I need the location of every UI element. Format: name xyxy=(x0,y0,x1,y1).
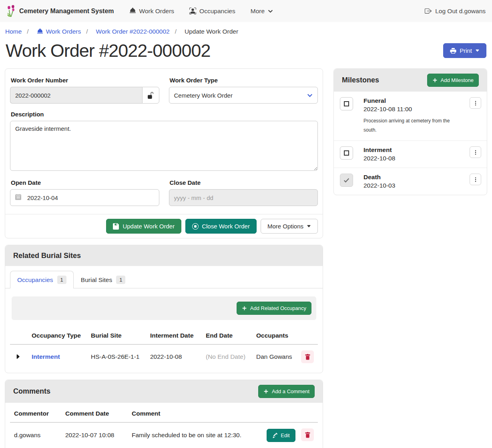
milestone-title: Interment xyxy=(363,146,470,154)
chevron-down-icon xyxy=(268,8,273,14)
milestone-checkbox[interactable] xyxy=(340,97,353,110)
milestone-menu-button[interactable] xyxy=(470,97,481,109)
tab-burial-sites[interactable]: Burial Sites 1 xyxy=(74,271,133,288)
comment-date-value: 2022-10-07 10:08 xyxy=(61,422,128,448)
occupancy-type-link[interactable]: Interment xyxy=(32,353,60,360)
work-order-form-card: Work Order Number xyxy=(5,68,323,238)
checkbox-unchecked-icon xyxy=(344,101,349,106)
work-order-type-value: Cemetery Work Order xyxy=(174,92,233,99)
add-comment-button[interactable]: Add a Comment xyxy=(258,385,315,398)
breadcrumb-work-orders[interactable]: Work Orders xyxy=(22,28,81,35)
nav-item-occupancies[interactable]: Occupancies xyxy=(189,8,235,15)
add-comment-label: Add a Comment xyxy=(272,388,309,394)
form-footer: Update Work Order Close Work Order More … xyxy=(5,214,323,238)
person-bounding-box-icon xyxy=(189,8,196,14)
breadcrumb: Home Work Orders Work Order #2022-000002… xyxy=(0,22,492,39)
open-date-input[interactable] xyxy=(10,189,159,206)
close-date-label: Close Date xyxy=(170,179,318,186)
milestone-description: Procession arriving at cemetery from the… xyxy=(363,116,456,135)
kebab-menu-icon xyxy=(473,100,478,106)
col-occupancy-type: Occupancy Type xyxy=(28,326,87,344)
burial-sites-count-badge: 1 xyxy=(116,276,125,284)
nav-item-label: Work Orders xyxy=(139,8,175,15)
plus-icon xyxy=(432,78,438,83)
tulips-logo-icon xyxy=(6,5,16,17)
delete-comment-button[interactable] xyxy=(301,428,314,441)
unlock-icon xyxy=(147,92,154,99)
milestone-date: 2022-10-08 xyxy=(363,155,470,162)
kebab-menu-icon xyxy=(473,150,478,155)
hard-hat-icon xyxy=(37,28,43,35)
add-related-occupancy-button[interactable]: Add Related Occupancy xyxy=(237,302,311,315)
milestone-checkbox-checked[interactable] xyxy=(340,174,353,187)
milestones-card: Milestones Add Milestone xyxy=(333,68,487,195)
update-work-order-button[interactable]: Update Work Order xyxy=(106,219,181,234)
interment-date-value: 2022-10-08 xyxy=(146,344,202,369)
caret-right-icon xyxy=(15,354,21,360)
add-related-occupancy-label: Add Related Occupancy xyxy=(250,305,306,311)
pencil-icon xyxy=(272,433,277,438)
nav-item-work-orders[interactable]: Work Orders xyxy=(129,8,175,15)
description-label: Description xyxy=(11,111,318,118)
delete-occupancy-button[interactable] xyxy=(301,350,314,363)
logout-label: Log Out d.gowans xyxy=(435,8,486,15)
nav-item-more[interactable]: More xyxy=(251,8,273,15)
page-title: Work Order #2022-000002 xyxy=(6,40,211,62)
work-order-number-label: Work Order Number xyxy=(11,77,159,84)
description-textarea[interactable]: Graveside interment. xyxy=(10,121,318,171)
log-out-icon xyxy=(425,8,432,14)
add-milestone-button[interactable]: Add Milestone xyxy=(427,74,479,87)
comments-title: Comments xyxy=(13,387,50,396)
comment-value: Family scheduled to be on site at 12:30. xyxy=(128,422,263,448)
checkmark-icon xyxy=(343,177,350,184)
milestone-checkbox[interactable] xyxy=(340,146,353,160)
occupancy-row: Interment HS-A-0S-26E-1-1 2022-10-08 (No… xyxy=(10,344,318,369)
unlock-button[interactable] xyxy=(142,87,159,104)
end-date-value: (No End Date) xyxy=(202,344,252,369)
logout-button[interactable]: Log Out d.gowans xyxy=(425,8,486,15)
breadcrumb-work-order-number[interactable]: Work Order #2022-000002 xyxy=(81,28,169,35)
occupancies-toolbar: Add Related Occupancy xyxy=(12,296,316,320)
add-milestone-label: Add Milestone xyxy=(441,77,474,83)
related-burial-sites-card: Related Burial Sites Occupancies 1 Buria… xyxy=(5,245,323,373)
nav-links: Work Orders Occupancies More xyxy=(129,8,273,15)
print-label: Print xyxy=(460,47,472,54)
milestone-title: Death xyxy=(363,174,470,181)
occupancies-table: Occupancy Type Burial Site Interment Dat… xyxy=(10,326,318,369)
col-commentor: Commentor xyxy=(10,404,61,422)
plus-icon xyxy=(263,389,269,394)
col-comment-date: Comment Date xyxy=(61,404,128,422)
close-work-order-label: Close Work Order xyxy=(202,223,250,230)
col-burial-site: Burial Site xyxy=(87,326,146,344)
breadcrumb-home[interactable]: Home xyxy=(5,28,22,35)
tab-occupancies[interactable]: Occupancies 1 xyxy=(10,271,74,288)
page-header: Work Order #2022-000002 Print xyxy=(0,39,492,62)
breadcrumb-current: Update Work Order xyxy=(170,28,238,35)
work-order-type-label: Work Order Type xyxy=(170,77,318,84)
print-button[interactable]: Print xyxy=(443,43,486,58)
occupants-value: Dan Gowans xyxy=(252,344,297,369)
nav-item-label: More xyxy=(251,8,265,15)
milestones-title: Milestones xyxy=(342,76,379,84)
milestone-item-death: Death 2022-10-03 xyxy=(334,168,487,195)
caret-down-icon xyxy=(307,224,311,228)
milestone-menu-button[interactable] xyxy=(470,146,481,158)
milestone-date: 2022-10-08 11:00 xyxy=(363,106,470,113)
app-brand[interactable]: Cemetery Management System xyxy=(6,5,114,17)
top-navbar: Cemetery Management System Work Orders O… xyxy=(0,0,492,22)
nav-item-label: Occupancies xyxy=(199,8,235,15)
col-end-date: End Date xyxy=(202,326,252,344)
close-work-order-button[interactable]: Close Work Order xyxy=(185,219,257,234)
milestone-title: Funeral xyxy=(363,97,470,104)
more-options-button[interactable]: More Options xyxy=(261,219,318,234)
hard-hat-icon xyxy=(129,8,136,14)
related-burial-sites-title: Related Burial Sites xyxy=(13,252,81,260)
comments-card: Comments Add a Comment Commentor C xyxy=(5,380,323,448)
work-order-type-select[interactable]: Cemetery Work Order xyxy=(169,87,318,104)
expand-row-button[interactable] xyxy=(14,353,22,360)
update-work-order-label: Update Work Order xyxy=(122,223,175,230)
milestone-menu-button[interactable] xyxy=(470,174,481,185)
plus-icon xyxy=(242,306,247,311)
comment-row: d.gowans 2022-10-07 10:08 Family schedul… xyxy=(10,422,318,448)
edit-comment-button[interactable]: Edit xyxy=(267,429,295,442)
